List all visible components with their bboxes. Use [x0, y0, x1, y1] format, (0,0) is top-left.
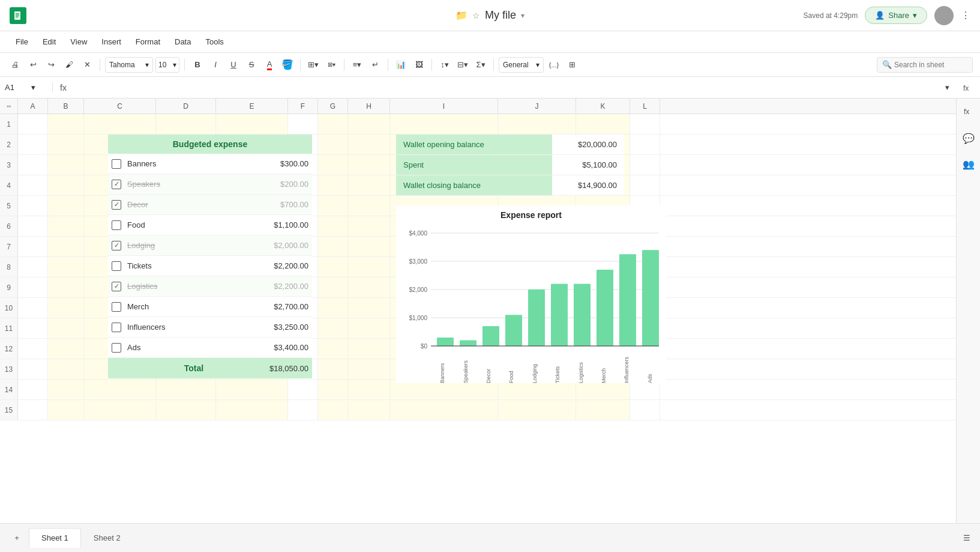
row-num-12[interactable]: 12 — [0, 339, 18, 359]
sheet-tab-2[interactable]: Sheet 2 — [81, 528, 133, 548]
formula-helper-button[interactable]: {...} — [546, 57, 562, 73]
cell-r9-c7[interactable] — [318, 278, 348, 297]
cell-r15-c3[interactable] — [84, 400, 156, 420]
menu-tools[interactable]: Tools — [199, 35, 229, 49]
title-chevron-icon[interactable]: ▾ — [521, 11, 525, 20]
cell-r13-c8[interactable] — [348, 359, 390, 379]
menu-data[interactable]: Data — [169, 35, 197, 49]
cell-r1-c8[interactable] — [348, 114, 390, 134]
cell-r2-c7[interactable] — [318, 135, 348, 154]
cell-r1-c12[interactable] — [630, 114, 660, 134]
row-num-11[interactable]: 11 — [0, 318, 18, 338]
user-avatar[interactable] — [934, 6, 954, 25]
cell-r14-c3[interactable] — [84, 380, 156, 399]
cell-r3-c12[interactable] — [630, 155, 660, 175]
cell-r15-c12[interactable] — [630, 400, 660, 420]
checkbox-4[interactable]: ✓ — [112, 241, 121, 250]
cell-r7-c2[interactable] — [48, 237, 84, 256]
cell-r12-c1[interactable] — [18, 339, 48, 359]
cell-r15-c9[interactable] — [390, 400, 498, 420]
col-header-k[interactable]: K — [576, 99, 630, 114]
undo-button[interactable]: ↩ — [25, 57, 41, 73]
cell-r14-c8[interactable] — [348, 380, 390, 399]
checkbox-2[interactable]: ✓ — [112, 200, 121, 210]
col-header-j[interactable]: J — [498, 99, 576, 114]
cell-r6-c7[interactable] — [318, 216, 348, 236]
formula-input[interactable] — [74, 83, 934, 92]
cell-r8-c1[interactable] — [18, 257, 48, 277]
cell-r1-c3[interactable] — [84, 114, 156, 134]
menu-insert[interactable]: Insert — [95, 35, 127, 49]
more-options-icon[interactable]: ⋮ — [961, 10, 970, 21]
cell-r8-c8[interactable] — [348, 257, 390, 277]
checkbox-1[interactable]: ✓ — [112, 180, 121, 189]
cell-r4-c1[interactable] — [18, 175, 48, 195]
row-num-10[interactable]: 10 — [0, 298, 18, 318]
cell-r11-c7[interactable] — [318, 318, 348, 338]
cell-r6-c8[interactable] — [348, 216, 390, 236]
cell-r1-c9[interactable] — [390, 114, 498, 134]
cell-r13-c7[interactable] — [318, 359, 348, 379]
row-num-7[interactable]: 7 — [0, 237, 18, 256]
row-num-9[interactable]: 9 — [0, 278, 18, 297]
cell-r11-c1[interactable] — [18, 318, 48, 338]
sort-button[interactable]: ↕▾ — [437, 57, 452, 73]
cell-r14-c6[interactable] — [288, 380, 318, 399]
formula-bar-expand-button[interactable]: ▾ — [939, 80, 955, 96]
row-num-3[interactable]: 3 — [0, 155, 18, 175]
share-button[interactable]: 👤 Share ▾ — [865, 7, 927, 24]
cell-r5-c8[interactable] — [348, 196, 390, 216]
panel-comment-icon[interactable]: 💬 — [960, 130, 977, 147]
merge-cells-button[interactable]: ⊠▾ — [323, 57, 339, 73]
row-num-6[interactable]: 6 — [0, 216, 18, 236]
cell-r3-c2[interactable] — [48, 155, 84, 175]
cell-r14-c7[interactable] — [318, 380, 348, 399]
cell-r3-c8[interactable] — [348, 155, 390, 175]
more-toolbar-button[interactable]: ⊞ — [564, 57, 580, 73]
cell-r15-c5[interactable] — [216, 400, 288, 420]
col-header-i[interactable]: I — [390, 99, 498, 114]
col-header-c[interactable]: C — [84, 99, 156, 114]
redo-button[interactable]: ↪ — [43, 57, 59, 73]
sheet-tab-1[interactable]: Sheet 1 — [29, 528, 81, 548]
checkbox-5[interactable] — [112, 261, 121, 271]
cell-r1-c5[interactable] — [216, 114, 288, 134]
cell-r1-c11[interactable] — [576, 114, 630, 134]
cell-r13-c2[interactable] — [48, 359, 84, 379]
cell-r15-c4[interactable] — [156, 400, 216, 420]
cell-r9-c1[interactable] — [18, 278, 48, 297]
cell-r10-c1[interactable] — [18, 298, 48, 318]
cell-r15-c6[interactable] — [288, 400, 318, 420]
row-num-4[interactable]: 4 — [0, 175, 18, 195]
cell-ref-input[interactable] — [5, 83, 29, 92]
cell-r8-c7[interactable] — [318, 257, 348, 277]
col-header-d[interactable]: D — [156, 99, 216, 114]
sheets-list-button[interactable]: ☰ — [963, 533, 970, 542]
function-button[interactable]: Σ▾ — [473, 57, 488, 73]
col-header-h[interactable]: H — [348, 99, 390, 114]
cell-r1-c1[interactable] — [18, 114, 48, 134]
cell-r1-c6[interactable] — [288, 114, 318, 134]
col-header-f[interactable]: F — [288, 99, 318, 114]
cell-r3-c7[interactable] — [318, 155, 348, 175]
cell-r4-c2[interactable] — [48, 175, 84, 195]
cell-r12-c8[interactable] — [348, 339, 390, 359]
col-header-l[interactable]: L — [630, 99, 660, 114]
cell-r7-c1[interactable] — [18, 237, 48, 256]
cell-r11-c8[interactable] — [348, 318, 390, 338]
menu-format[interactable]: Format — [130, 35, 166, 49]
cell-r6-c2[interactable] — [48, 216, 84, 236]
cell-r6-c1[interactable] — [18, 216, 48, 236]
insert-image-button[interactable]: 🖼 — [411, 57, 427, 73]
search-toolbar[interactable]: 🔍 — [877, 57, 973, 73]
cell-r2-c1[interactable] — [18, 135, 48, 154]
row-num-5[interactable]: 5 — [0, 196, 18, 216]
col-header-a[interactable]: A — [18, 99, 48, 114]
col-header-b[interactable]: B — [48, 99, 84, 114]
borders-button[interactable]: ⊞▾ — [305, 57, 321, 73]
cell-r1-c7[interactable] — [318, 114, 348, 134]
panel-formula-icon[interactable]: fx — [961, 103, 976, 121]
cell-r9-c2[interactable] — [48, 278, 84, 297]
cell-r3-c1[interactable] — [18, 155, 48, 175]
star-icon[interactable]: ☆ — [472, 11, 480, 20]
